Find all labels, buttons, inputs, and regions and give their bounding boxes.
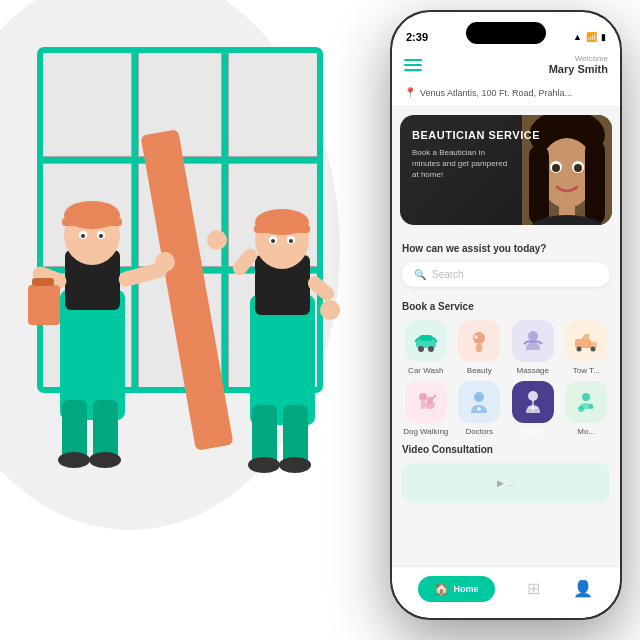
tow-icon-box — [565, 320, 607, 362]
massage-icon-box — [512, 320, 554, 362]
header-right: Welcome Mary Smith — [549, 54, 608, 75]
location-pin-icon: 📍 — [404, 87, 416, 98]
svg-rect-67 — [575, 339, 591, 348]
maids-icon-box — [512, 381, 554, 423]
service-more[interactable]: Mo... — [563, 381, 611, 436]
more-icon-box — [565, 381, 607, 423]
phone-screen: 2:39 ▲ 📶 ▮ Welcome Mary Smith 📍 — [392, 12, 620, 618]
svg-point-19 — [81, 234, 85, 238]
status-icons: ▲ 📶 ▮ — [573, 32, 606, 42]
svg-rect-27 — [93, 400, 118, 460]
dynamic-island — [466, 22, 546, 44]
svg-point-47 — [279, 457, 311, 473]
svg-rect-80 — [532, 399, 534, 411]
massage-label: Massage — [517, 366, 549, 375]
video-consultation-title: Video Consultation — [402, 444, 610, 455]
services-nav-icon: ⊞ — [527, 579, 540, 598]
book-service-title: Book a Service — [402, 301, 610, 312]
service-car-wash[interactable]: Car Wash — [402, 320, 450, 375]
svg-line-75 — [432, 395, 436, 399]
search-bar[interactable]: 🔍 Search — [402, 262, 610, 287]
more-label: Mo... — [577, 427, 595, 436]
svg-point-46 — [248, 457, 280, 473]
svg-rect-78 — [478, 407, 480, 411]
assist-title: How can we assist you today? — [402, 243, 610, 254]
illustration-area — [0, 0, 380, 580]
signal-icon: ▲ — [573, 32, 582, 42]
user-name: Mary Smith — [549, 63, 608, 75]
welcome-text: Welcome — [549, 54, 608, 63]
svg-point-76 — [474, 392, 484, 402]
service-maids[interactable]: Maids — [509, 381, 557, 436]
services-grid: Car Wash Beauty — [402, 320, 610, 436]
profile-nav-icon: 👤 — [573, 579, 593, 598]
svg-point-83 — [578, 406, 584, 412]
svg-rect-26 — [62, 400, 87, 460]
svg-rect-22 — [28, 285, 60, 325]
promo-banner[interactable]: BEAUTICIAN SERVICE Book a Beautician in … — [400, 115, 612, 225]
svg-point-66 — [528, 331, 538, 341]
beauty-label: Beauty — [467, 366, 492, 375]
svg-rect-64 — [476, 344, 482, 352]
svg-rect-16 — [62, 218, 122, 226]
hamburger-menu[interactable] — [404, 59, 422, 71]
svg-point-42 — [207, 230, 227, 250]
service-tow[interactable]: Tow T... — [563, 320, 611, 375]
bottom-nav: 🏠 Home ⊞ 👤 — [392, 566, 620, 618]
phone-container: 2:39 ▲ 📶 ▮ Welcome Mary Smith 📍 — [390, 10, 640, 630]
svg-point-29 — [89, 452, 121, 468]
svg-rect-23 — [32, 278, 54, 286]
doctors-icon-box — [458, 381, 500, 423]
video-placeholder: ▶ ... — [497, 478, 514, 488]
svg-point-69 — [577, 347, 582, 352]
phone-frame: 2:39 ▲ 📶 ▮ Welcome Mary Smith 📍 — [390, 10, 622, 620]
svg-point-70 — [591, 347, 596, 352]
car-wash-icon-box — [405, 320, 447, 362]
car-wash-label: Car Wash — [408, 366, 443, 375]
assist-section: How can we assist you today? 🔍 Search — [392, 233, 620, 301]
svg-rect-81 — [528, 407, 538, 409]
doctors-label: Doctors — [465, 427, 493, 436]
svg-point-38 — [271, 239, 275, 243]
svg-point-71 — [419, 393, 427, 401]
svg-rect-74 — [421, 401, 425, 409]
svg-point-20 — [99, 234, 103, 238]
service-massage[interactable]: Massage — [509, 320, 557, 375]
nav-profile-button[interactable]: 👤 — [573, 579, 593, 598]
dog-walking-icon-box — [405, 381, 447, 423]
service-beauty[interactable]: Beauty — [456, 320, 504, 375]
nav-home-button[interactable]: 🏠 Home — [418, 576, 494, 602]
banner-text: BEAUTICIAN SERVICE Book a Beautician in … — [412, 129, 600, 181]
scroll-content[interactable]: BEAUTICIAN SERVICE Book a Beautician in … — [392, 107, 620, 618]
home-nav-icon: 🏠 — [434, 582, 449, 596]
wifi-icon: 📶 — [586, 32, 597, 42]
location-text: Venus Atlantis, 100 Ft. Road, Prahla... — [420, 88, 572, 98]
svg-point-65 — [474, 335, 478, 339]
nav-home-label: Home — [453, 584, 478, 594]
svg-rect-35 — [254, 225, 310, 233]
beauty-icon-box — [458, 320, 500, 362]
service-dog-walking[interactable]: Dog Walking — [402, 381, 450, 436]
svg-point-82 — [582, 393, 590, 401]
search-icon: 🔍 — [414, 269, 426, 280]
book-service-section: Book a Service — [392, 301, 620, 444]
nav-services-button[interactable]: ⊞ — [527, 579, 540, 598]
service-doctors[interactable]: Doctors — [456, 381, 504, 436]
svg-point-62 — [428, 346, 434, 352]
svg-point-61 — [418, 346, 424, 352]
svg-point-28 — [58, 452, 90, 468]
svg-point-25 — [155, 252, 175, 272]
workers-illustration — [10, 30, 380, 550]
tow-label: Tow T... — [573, 366, 600, 375]
banner-subtitle: Book a Beautician in minutes and get pam… — [412, 147, 600, 181]
video-consultation-section: Video Consultation ▶ ... — [392, 444, 620, 511]
dog-walking-label: Dog Walking — [403, 427, 448, 436]
svg-point-39 — [289, 239, 293, 243]
maids-label: Maids — [522, 427, 543, 436]
banner-title: BEAUTICIAN SERVICE — [412, 129, 600, 141]
location-bar[interactable]: 📍 Venus Atlantis, 100 Ft. Road, Prahla..… — [392, 83, 620, 107]
svg-rect-45 — [283, 405, 308, 465]
svg-rect-44 — [252, 405, 277, 465]
svg-point-84 — [589, 404, 594, 409]
battery-icon: ▮ — [601, 32, 606, 42]
